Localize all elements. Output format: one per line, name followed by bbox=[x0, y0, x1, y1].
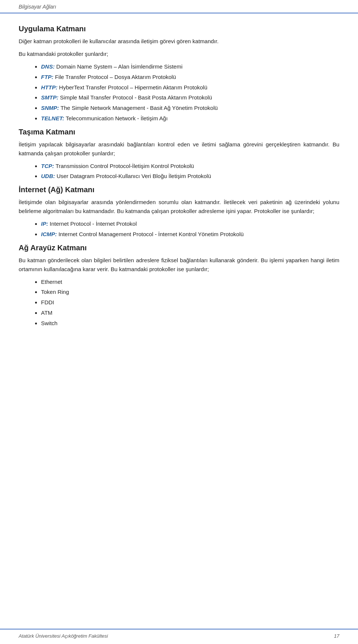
bullet-text: Switch bbox=[41, 320, 57, 326]
intro-ag-arayuz: Bu katman gönderilecek olan bilgileri be… bbox=[19, 256, 339, 274]
page-header: Bilgisayar Ağları bbox=[0, 0, 358, 13]
bullet-text: The Simple Network Management - Basit Ağ… bbox=[60, 105, 218, 111]
page-container: Bilgisayar Ağları Uygulama Katmanı Diğer… bbox=[0, 0, 358, 644]
bullet-prefix: IP: bbox=[41, 221, 48, 227]
bullet-prefix: TCP: bbox=[41, 163, 54, 169]
bullet-prefix: HTTP: bbox=[41, 84, 57, 91]
list-item: DNS: Domain Name System – Alan İsimlendi… bbox=[41, 62, 339, 72]
bullet-text: HyberText Transfer Protocol – Hipermetin… bbox=[59, 84, 207, 91]
bullet-prefix: ICMP: bbox=[41, 231, 57, 237]
bullet-text: Domain Name System – Alan İsimlendirme S… bbox=[56, 63, 182, 70]
bullets-uygulama: DNS: Domain Name System – Alan İsimlendi… bbox=[41, 62, 339, 123]
list-item: ATM bbox=[41, 308, 339, 318]
list-item: IP: Internet Protocol - İnternet Protoko… bbox=[41, 219, 339, 229]
bullet-prefix: DNS: bbox=[41, 63, 55, 70]
header-title: Bilgisayar Ağları bbox=[19, 4, 56, 10]
bullets-tasima: TCP: Transmission Control Protocol-İleti… bbox=[41, 162, 339, 181]
bullet-text: Ethernet bbox=[41, 279, 62, 285]
list-item: ICMP: Internet Control Management Protoc… bbox=[41, 230, 339, 239]
bullet-text: Token Ring bbox=[41, 289, 69, 295]
heading-internet-katmani: İnternet (Ağ) Katmanı bbox=[19, 185, 339, 194]
bullet-text: File Transfer Protocol – Dosya Aktarım P… bbox=[55, 74, 176, 80]
bullet-text: Simple Mail Transfer Protocol - Basit Po… bbox=[60, 94, 212, 101]
list-item: UDB: User Datagram Protocol-Kullanıcı Ve… bbox=[41, 172, 339, 181]
bullet-prefix: TELNET: bbox=[41, 115, 64, 121]
subtext-uygulama: Bu katmandaki protokoller şunlardır; bbox=[19, 50, 339, 58]
section-internet-katmani: İnternet (Ağ) Katmanı İletişimde olan bi… bbox=[19, 185, 339, 239]
heading-ag-arayuz-katmani: Ağ Arayüz Katmanı bbox=[19, 244, 339, 252]
bullet-text: Internet Protocol - İnternet Protokol bbox=[50, 221, 136, 227]
main-content: Uygulama Katmanı Diğer katman protokolle… bbox=[0, 13, 358, 362]
list-item: TELNET: Telecommunication Network - İlet… bbox=[41, 114, 339, 123]
bullet-prefix: UDB: bbox=[41, 173, 55, 179]
list-item: Ethernet bbox=[41, 277, 339, 287]
bullet-prefix: SMTP: bbox=[41, 94, 59, 101]
intro-internet: İletişimde olan bilgisayarlar arasında y… bbox=[19, 198, 339, 216]
list-item: HTTP: HyberText Transfer Protocol – Hipe… bbox=[41, 83, 339, 92]
bullet-text: User Datagram Protocol-Kullanıcı Veri Bl… bbox=[57, 173, 211, 179]
bullet-text: Internet Control Management Protocol - İ… bbox=[59, 231, 244, 237]
bullet-text: Telecommunication Network - İletişim Ağı bbox=[66, 115, 167, 121]
section-tasima-katmani: Taşıma Katmanı İletişim yapılacak bilgis… bbox=[19, 128, 339, 181]
list-item: FDDI bbox=[41, 298, 339, 307]
page-footer: Atatürk Üniversitesi Açıköğretim Fakülte… bbox=[0, 629, 358, 644]
footer-page-number: 17 bbox=[334, 633, 339, 639]
intro-uygulama: Diğer katman protokolleri ile kullanıcıl… bbox=[19, 37, 339, 46]
bullet-text: ATM bbox=[41, 310, 53, 316]
list-item: SNMP: The Simple Network Management - Ba… bbox=[41, 104, 339, 113]
footer-university: Atatürk Üniversitesi Açıköğretim Fakülte… bbox=[19, 633, 108, 639]
bullets-internet: IP: Internet Protocol - İnternet Protoko… bbox=[41, 219, 339, 239]
intro-tasima: İletişim yapılacak bilgisayarlar arasınd… bbox=[19, 140, 339, 158]
bullet-prefix: FTP: bbox=[41, 74, 53, 80]
heading-tasima-katmani: Taşıma Katmanı bbox=[19, 128, 339, 136]
list-item: Switch bbox=[41, 319, 339, 328]
bullet-prefix: SNMP: bbox=[41, 105, 59, 111]
bullet-text: Transmission Control Protocol-İletişim K… bbox=[56, 163, 194, 169]
section-uygulama-katmani: Uygulama Katmanı Diğer katman protokolle… bbox=[19, 25, 339, 123]
list-item: SMTP: Simple Mail Transfer Protocol - Ba… bbox=[41, 93, 339, 102]
heading-uygulama-katmani: Uygulama Katmanı bbox=[19, 25, 339, 33]
list-item: FTP: File Transfer Protocol – Dosya Akta… bbox=[41, 73, 339, 82]
bullet-text: FDDI bbox=[41, 299, 54, 305]
bullets-ag-arayuz: Ethernet Token Ring FDDI ATM Switch bbox=[41, 277, 339, 328]
list-item: TCP: Transmission Control Protocol-İleti… bbox=[41, 162, 339, 171]
section-ag-arayuz-katmani: Ağ Arayüz Katmanı Bu katman gönderilecek… bbox=[19, 244, 339, 328]
list-item: Token Ring bbox=[41, 288, 339, 297]
